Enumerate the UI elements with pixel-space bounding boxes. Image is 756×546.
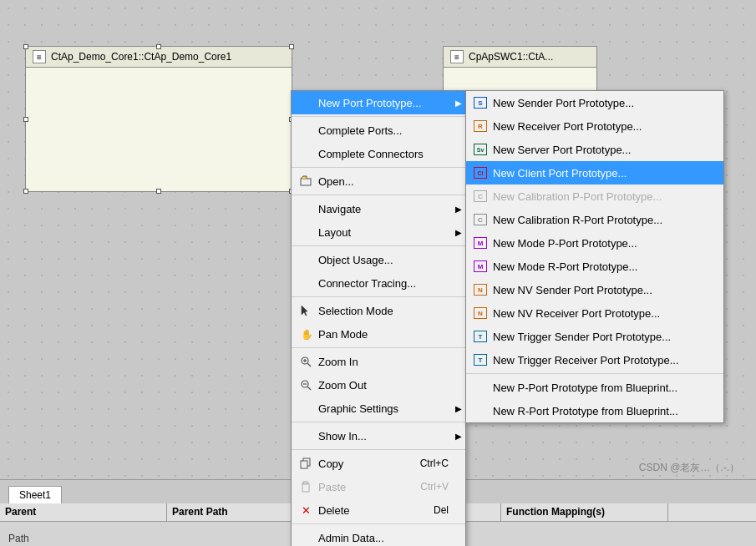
separator-5 (292, 296, 465, 297)
submenu-item-new-sender[interactable]: S New Sender Port Prototype... (466, 91, 723, 114)
menu-item-complete-connectors[interactable]: Complete Connectors (292, 142, 465, 165)
component-1[interactable]: ≡ CtAp_Demo_Core1::CtAp_Demo_Core1 (25, 46, 292, 192)
nv-receiver-port-icon: N (473, 306, 488, 321)
submenu-item-new-receiver[interactable]: R New Receiver Port Prototype... (466, 114, 723, 138)
submenu-item-new-client[interactable]: Cl New Client Port Prototype... (466, 161, 723, 185)
menu-item-delete[interactable]: ✕ Delete Del (292, 498, 465, 522)
submenu-item-new-nv-sender[interactable]: N New NV Sender Port Prototype... (466, 278, 723, 301)
client-port-icon: Cl (473, 165, 488, 180)
svg-rect-13 (303, 482, 307, 484)
component-1-body (26, 68, 292, 134)
navigate-arrow: ▶ (455, 205, 462, 214)
zoom-out-icon (298, 377, 313, 392)
svg-marker-1 (302, 306, 307, 316)
handle-ml[interactable] (23, 117, 28, 122)
menu-item-copy[interactable]: Copy Ctrl+C (292, 452, 465, 475)
menu-item-object-usage[interactable]: Object Usage... (292, 248, 465, 271)
mode-p-port-icon: M (473, 235, 488, 250)
trigger-sender-port-icon: T (473, 329, 488, 344)
submenu-item-p-blueprint[interactable]: New P-Port Prototype from Blueprint... (466, 376, 723, 399)
layout-icon (298, 225, 313, 240)
tab-sheet1[interactable]: Sheet1 (8, 486, 62, 503)
menu-item-connector-tracing[interactable]: Connector Tracing... (292, 271, 465, 295)
separator-9 (292, 523, 465, 524)
svg-rect-0 (301, 179, 311, 185)
component-2-icon: ≡ (450, 50, 464, 63)
component-2-header: ≡ CpApSWC1::CtA... (444, 47, 596, 68)
new-port-icon (298, 95, 313, 110)
selection-mode-icon (298, 303, 313, 318)
pan-mode-icon: ✋ (298, 326, 313, 341)
menu-item-zoom-in[interactable]: Zoom In (292, 350, 465, 373)
col-function-mapping: Function Mapping(s) (501, 503, 668, 521)
trigger-receiver-port-icon: T (473, 352, 488, 367)
r-blueprint-icon (473, 403, 488, 418)
separator-6 (292, 347, 465, 348)
submenu-item-new-cal-p: C New Calibration P-Port Prototype... (466, 185, 723, 208)
menu-item-paste: Paste Ctrl+V (292, 475, 465, 498)
menu-item-selection-mode[interactable]: Selection Mode (292, 299, 465, 322)
separator-4 (292, 245, 465, 246)
handle-tr[interactable] (289, 44, 294, 49)
separator-8 (292, 449, 465, 450)
navigate-icon (298, 201, 313, 216)
nv-sender-port-icon: N (473, 282, 488, 297)
paste-icon (298, 479, 313, 494)
component-2-label: CpApSWC1::CtA... (469, 51, 553, 63)
menu-item-layout[interactable]: Layout ▶ (292, 220, 465, 244)
submenu-arrow: ▶ (455, 99, 462, 108)
submenu-item-new-server[interactable]: Sv New Server Port Prototype... (466, 138, 723, 161)
col-parent: Parent (0, 503, 167, 521)
submenu-port-prototypes: S New Sender Port Prototype... R New Rec… (465, 90, 724, 423)
submenu-item-new-mode-p[interactable]: M New Mode P-Port Prototype... (466, 231, 723, 255)
handle-tm[interactable] (156, 44, 161, 49)
menu-item-complete-ports[interactable]: Complete Ports... (292, 119, 465, 142)
svg-line-8 (307, 387, 311, 390)
submenu-item-new-trigger-sender[interactable]: T New Trigger Sender Port Prototype... (466, 325, 723, 348)
receiver-port-icon: R (473, 119, 488, 134)
admin-data-icon (298, 530, 313, 545)
handle-bl[interactable] (23, 189, 28, 194)
connector-tracing-icon (298, 276, 313, 291)
submenu-separator (466, 373, 723, 374)
object-usage-icon (298, 252, 313, 267)
component-1-icon: ≡ (33, 50, 46, 63)
cal-p-port-icon: C (473, 189, 488, 204)
menu-item-zoom-out[interactable]: Zoom Out (292, 373, 465, 397)
submenu-item-new-trigger-receiver[interactable]: T New Trigger Receiver Port Prototype... (466, 348, 723, 372)
menu-item-pan-mode[interactable]: ✋ Pan Mode (292, 322, 465, 346)
menu-item-show-in[interactable]: Show In... ▶ (292, 424, 465, 447)
mode-r-port-icon: M (473, 259, 488, 274)
show-in-icon (298, 428, 313, 443)
submenu-item-new-mode-r[interactable]: M New Mode R-Port Prototype... (466, 255, 723, 278)
copy-icon (298, 456, 313, 471)
zoom-in-icon (298, 354, 313, 369)
complete-ports-icon (298, 123, 313, 138)
menu-item-admin-data[interactable]: Admin Data... (292, 526, 465, 546)
submenu-item-new-nv-receiver[interactable]: N New NV Receiver Port Prototype... (466, 301, 723, 325)
graphic-settings-icon (298, 401, 313, 416)
delete-icon: ✕ (298, 503, 313, 518)
separator-2 (292, 167, 465, 168)
complete-connectors-icon (298, 146, 313, 161)
submenu-item-new-cal-r[interactable]: C New Calibration R-Port Prototype... (466, 208, 723, 231)
separator-1 (292, 116, 465, 117)
menu-item-open[interactable]: Open... (292, 169, 465, 193)
menu-item-navigate[interactable]: Navigate ▶ (292, 197, 465, 220)
context-menu: New Port Prototype... ▶ Complete Ports..… (291, 90, 466, 546)
handle-bm[interactable] (156, 189, 161, 194)
menu-item-graphic-settings[interactable]: Graphic Settings ▶ (292, 397, 465, 420)
sender-port-icon: S (473, 95, 488, 110)
svg-rect-11 (301, 461, 307, 468)
canvas: ≡ CtAp_Demo_Core1::CtAp_Demo_Core1 ≡ CpA… (0, 0, 756, 546)
show-in-arrow: ▶ (455, 432, 462, 441)
submenu-item-r-blueprint[interactable]: New R-Port Prototype from Blueprint... (466, 399, 723, 422)
cal-r-port-icon: C (473, 212, 488, 227)
server-port-icon: Sv (473, 142, 488, 157)
svg-line-4 (307, 363, 311, 367)
handle-tl[interactable] (23, 44, 28, 49)
layout-arrow: ▶ (455, 228, 462, 237)
menu-item-new-port[interactable]: New Port Prototype... ▶ (292, 91, 465, 114)
path-label: Path (8, 533, 29, 544)
component-1-header: ≡ CtAp_Demo_Core1::CtAp_Demo_Core1 (26, 47, 292, 68)
